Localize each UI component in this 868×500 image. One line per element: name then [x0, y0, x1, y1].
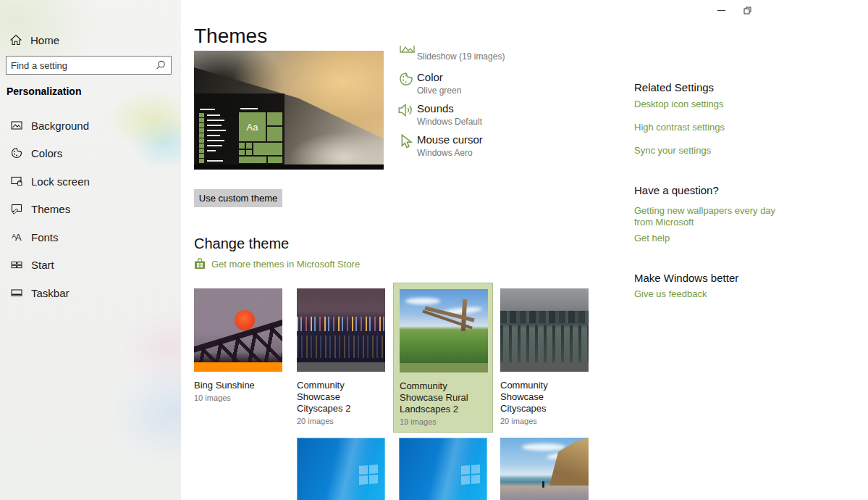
link-get-help[interactable]: Get help	[634, 233, 792, 244]
preview-taskbar	[194, 164, 384, 170]
menu-square	[199, 113, 204, 117]
use-custom-theme-button[interactable]: Use custom theme	[194, 189, 282, 207]
color-title: Color	[417, 71, 461, 83]
preview-tile	[246, 150, 252, 155]
menu-dash	[207, 150, 216, 151]
sidebar-item-taskbar[interactable]: Taskbar	[0, 279, 181, 307]
theme-image-count: 10 images	[194, 393, 282, 402]
microsoft-store-icon	[194, 258, 206, 270]
theme-tile-cityscapes-2[interactable]: Community Showcase Cityscapes 2 20 image…	[297, 288, 385, 425]
theme-image-count: 20 images	[297, 417, 385, 425]
theme-name: Community Showcase Cityscapes 2	[297, 380, 385, 414]
link-high-contrast-settings[interactable]: High contrast settings	[634, 122, 792, 133]
current-cursor[interactable]: Mouse cursor Windows Aero	[417, 133, 483, 158]
windows-default-blue-thumbnail	[297, 438, 385, 500]
link-sync-your-settings[interactable]: Sync your settings	[634, 145, 792, 157]
menu-dash	[207, 114, 220, 116]
mouse-cursor-icon	[400, 134, 413, 149]
home-icon	[10, 34, 22, 46]
theme-tile[interactable]	[399, 438, 487, 500]
lock-screen-icon	[10, 175, 22, 188]
theme-accent-strip	[500, 362, 589, 372]
menu-square	[199, 143, 204, 148]
menu-dash	[207, 130, 226, 131]
menu-square	[199, 154, 204, 158]
minimize-button[interactable]	[708, 0, 734, 20]
related-settings-title: Related Settings	[634, 81, 714, 93]
theme-accent-strip	[194, 362, 282, 372]
theme-name: Community Showcase Rural Landscapes 2	[400, 380, 486, 415]
menu-square	[199, 118, 204, 122]
theme-name: Community Showcase Cityscapes	[500, 380, 589, 414]
menu-dash	[207, 140, 224, 141]
theme-tile-cityscapes[interactable]: Community Showcase Cityscapes 20 images	[500, 288, 589, 425]
cursor-value: Windows Aero	[417, 148, 483, 158]
menu-square	[199, 138, 204, 143]
search-input[interactable]	[7, 60, 156, 71]
themes-icon	[10, 203, 22, 215]
menu-dash	[207, 135, 220, 136]
background-value: Slideshow (19 images)	[417, 51, 505, 62]
person-decoration	[542, 481, 544, 488]
cloud-decoration	[405, 298, 440, 304]
current-sounds[interactable]: Sounds Windows Default	[417, 102, 482, 127]
link-getting-new-wallpapers[interactable]: Getting new wallpapers every day from Mi…	[634, 205, 792, 228]
menu-dash	[207, 125, 222, 126]
sidebar-item-themes[interactable]: Themes	[0, 195, 181, 222]
get-more-themes-link[interactable]: Get more themes in Microsoft Store	[194, 258, 360, 270]
theme-tile-bing-sunshine[interactable]: Bing Sunshine 10 images	[194, 288, 282, 402]
current-color[interactable]: Color Olive green	[417, 71, 461, 96]
sidebar-section-title: Personalization	[7, 86, 81, 97]
tile-thumbnail	[297, 288, 385, 362]
current-background[interactable]: Slideshow (19 images)	[417, 51, 505, 62]
menu-square	[199, 123, 204, 128]
preview-tile	[268, 157, 282, 163]
restore-button[interactable]	[734, 0, 760, 20]
link-give-us-feedback[interactable]: Give us feedback	[634, 288, 792, 300]
windows-logo-decoration	[461, 464, 480, 485]
theme-image-count: 19 images	[400, 417, 486, 426]
preview-tile	[246, 143, 252, 149]
sidebar-item-background[interactable]: Background	[0, 112, 181, 139]
sidebar-item-label: Themes	[31, 203, 70, 215]
color-palette-icon	[399, 72, 413, 86]
sidebar: Home Personalization Background Colors	[0, 0, 181, 500]
tile-thumbnail	[400, 289, 488, 363]
get-more-themes-label: Get more themes in Microsoft Store	[211, 259, 360, 270]
color-palette-icon	[10, 147, 22, 159]
preview-tile	[267, 112, 282, 125]
water-reflection-decoration	[297, 336, 385, 358]
search-icon	[156, 60, 166, 70]
preview-aa-tile: Aa	[239, 112, 266, 141]
preview-tile	[239, 157, 266, 163]
preview-tile	[239, 150, 245, 155]
sidebar-item-colors[interactable]: Colors	[0, 139, 181, 167]
menu-dash	[200, 109, 215, 110]
sidebar-item-start[interactable]: Start	[0, 251, 181, 278]
theme-name: Bing Sunshine	[194, 380, 282, 391]
theme-tile[interactable]	[500, 438, 589, 500]
theme-tile-rural-landscapes-2-selected[interactable]: Community Showcase Rural Landscapes 2 19…	[393, 283, 493, 433]
search-box	[6, 56, 172, 75]
tile-thumbnail	[500, 288, 589, 362]
taskbar-icon	[10, 287, 22, 299]
link-desktop-icon-settings[interactable]: Desktop icon settings	[634, 99, 792, 110]
start-icon	[10, 259, 22, 271]
have-a-question-title: Have a question?	[634, 184, 719, 196]
cursor-title: Mouse cursor	[417, 133, 483, 146]
sidebar-item-label: Fonts	[31, 231, 59, 243]
theme-tile[interactable]	[297, 438, 385, 500]
theme-accent-strip	[297, 362, 385, 372]
sidebar-item-label: Background	[31, 120, 89, 132]
menu-square	[199, 133, 204, 138]
menu-square	[199, 128, 204, 133]
tiles-title-dash	[240, 108, 258, 109]
beach-landscape-thumbnail	[500, 438, 589, 500]
sidebar-item-lock-screen[interactable]: Lock screen	[0, 167, 181, 195]
preview-tile	[239, 143, 245, 149]
sidebar-item-fonts[interactable]: ᴬA Fonts	[0, 223, 181, 251]
city-lights-decoration	[297, 317, 385, 331]
menu-square	[199, 149, 204, 153]
sidebar-item-home[interactable]: Home	[0, 29, 181, 51]
sidebar-item-label: Taskbar	[31, 287, 69, 299]
